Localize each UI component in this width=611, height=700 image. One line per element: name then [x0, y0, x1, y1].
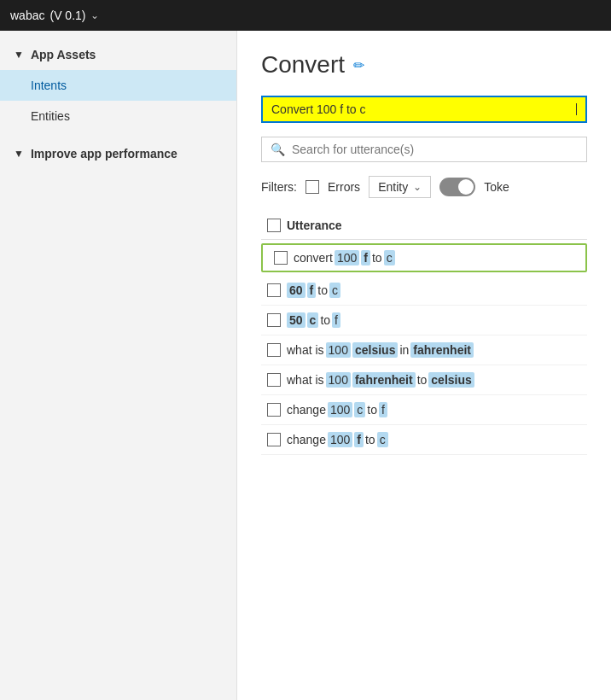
- entity-dropdown-label: Entity: [378, 180, 408, 194]
- row-checkbox-2[interactable]: [267, 283, 281, 297]
- entity-chevron-icon: ⌄: [413, 181, 422, 193]
- title-chevron-icon[interactable]: ⌄: [90, 9, 99, 21]
- toggle-knob: [458, 179, 474, 195]
- token: f: [332, 312, 340, 328]
- filters-label: Filters:: [261, 180, 297, 194]
- page-title: Convert: [261, 51, 345, 79]
- toggle-switch[interactable]: [439, 178, 475, 196]
- table-row: 50 c to f: [261, 306, 587, 335]
- sidebar-section-app-assets[interactable]: ▼ App Assets: [0, 39, 236, 70]
- utterance-text-2: 60 f to c: [287, 283, 340, 298]
- token: f: [354, 432, 364, 447]
- row-checkbox-7[interactable]: [267, 433, 281, 446]
- utterance-text-1: convert 100 f to c: [294, 250, 395, 265]
- row-checkbox-cell: [261, 343, 287, 357]
- token: change: [287, 433, 326, 446]
- row-checkbox-1[interactable]: [274, 251, 288, 265]
- utterance-input-text: Convert 100 f to c: [271, 102, 575, 116]
- table-row: change 100 c to f: [261, 395, 587, 425]
- token: fahrenheit: [410, 342, 474, 358]
- row-checkbox-5[interactable]: [267, 373, 281, 387]
- entity-dropdown[interactable]: Entity ⌄: [369, 176, 431, 198]
- token: f: [379, 402, 387, 417]
- token: convert: [294, 251, 333, 265]
- table-row: what is 100 celsius in fahrenheit: [261, 335, 587, 365]
- page-title-row: Convert ✏: [261, 51, 587, 79]
- utterance-text-7: change 100 f to c: [287, 432, 388, 447]
- token: c: [307, 312, 319, 328]
- search-icon: 🔍: [271, 143, 285, 156]
- row-checkbox-cell: [261, 313, 287, 327]
- utterance-text-3: 50 c to f: [287, 312, 340, 328]
- utterance-input-box[interactable]: Convert 100 f to c: [261, 96, 587, 123]
- filters-row: Filters: Errors Entity ⌄ Toke: [261, 176, 587, 198]
- token: to: [317, 283, 328, 297]
- toke-label: Toke: [484, 180, 509, 194]
- row-checkbox-cell: [261, 433, 287, 446]
- token: c: [329, 283, 340, 298]
- header-checkbox[interactable]: [267, 219, 281, 232]
- table-row: what is 100 fahrenheit to celsius: [261, 365, 587, 395]
- token: 100: [326, 372, 351, 388]
- title-bar: wabac (V 0.1) ⌄: [0, 0, 611, 31]
- content-area: Convert ✏ Convert 100 f to c 🔍 Filters: …: [237, 31, 611, 700]
- sidebar-item-entities[interactable]: Entities: [0, 101, 236, 131]
- token: c: [384, 250, 395, 265]
- token: 100: [335, 250, 359, 265]
- token: c: [377, 432, 388, 447]
- token: to: [320, 313, 330, 327]
- table-header: Utterance: [261, 212, 587, 240]
- token: f: [361, 250, 370, 265]
- token: change: [287, 403, 326, 417]
- row-checkbox-cell: [268, 251, 294, 265]
- table-row: 60 f to c: [261, 276, 587, 306]
- row-checkbox-6[interactable]: [267, 403, 281, 417]
- token: c: [354, 402, 365, 417]
- token: 50: [287, 312, 306, 328]
- token: celsius: [428, 372, 474, 388]
- token: f: [307, 283, 317, 298]
- utterance-text-4: what is 100 celsius in fahrenheit: [287, 342, 474, 358]
- table-row: convert 100 f to c: [261, 243, 587, 272]
- app-name-label: wabac (V 0.1) ⌄: [10, 9, 99, 22]
- sidebar-item-intents[interactable]: Intents: [0, 70, 236, 101]
- token: to: [417, 373, 428, 387]
- errors-label: Errors: [328, 180, 360, 194]
- row-checkbox-cell: [261, 283, 287, 297]
- sidebar-section-improve[interactable]: ▼ Improve app performance: [0, 138, 236, 169]
- token: fahrenheit: [352, 372, 416, 388]
- errors-checkbox[interactable]: [306, 180, 319, 194]
- utterance-text-6: change 100 c to f: [287, 402, 387, 417]
- search-bar: 🔍: [261, 137, 587, 162]
- utterance-col-header: Utterance: [287, 219, 342, 232]
- header-checkbox-cell: [261, 219, 287, 232]
- token: what is: [287, 373, 324, 387]
- row-checkbox-cell: [261, 403, 287, 417]
- row-checkbox-4[interactable]: [267, 343, 281, 357]
- token: 60: [287, 283, 306, 298]
- token: 100: [328, 432, 352, 447]
- improve-chevron-icon: ▼: [14, 148, 24, 160]
- token: 100: [328, 402, 352, 417]
- token: to: [367, 403, 377, 417]
- cursor: [576, 103, 577, 115]
- sidebar: ▼ App Assets Intents Entities ▼ Improve …: [0, 31, 237, 700]
- utterance-text-5: what is 100 fahrenheit to celsius: [287, 372, 474, 388]
- token: in: [399, 343, 409, 357]
- row-checkbox-cell: [261, 373, 287, 387]
- app-assets-chevron-icon: ▼: [14, 49, 24, 61]
- edit-icon[interactable]: ✏: [353, 57, 364, 73]
- token: to: [365, 433, 375, 446]
- search-input[interactable]: [292, 143, 578, 156]
- utterances-list: convert 100 f to c 60 f to c 50 c to f w…: [261, 243, 587, 455]
- token: to: [372, 251, 382, 265]
- table-row: change 100 f to c: [261, 425, 587, 455]
- token: 100: [326, 342, 351, 358]
- token: what is: [287, 343, 324, 357]
- token: celsius: [352, 342, 398, 358]
- row-checkbox-3[interactable]: [267, 313, 281, 327]
